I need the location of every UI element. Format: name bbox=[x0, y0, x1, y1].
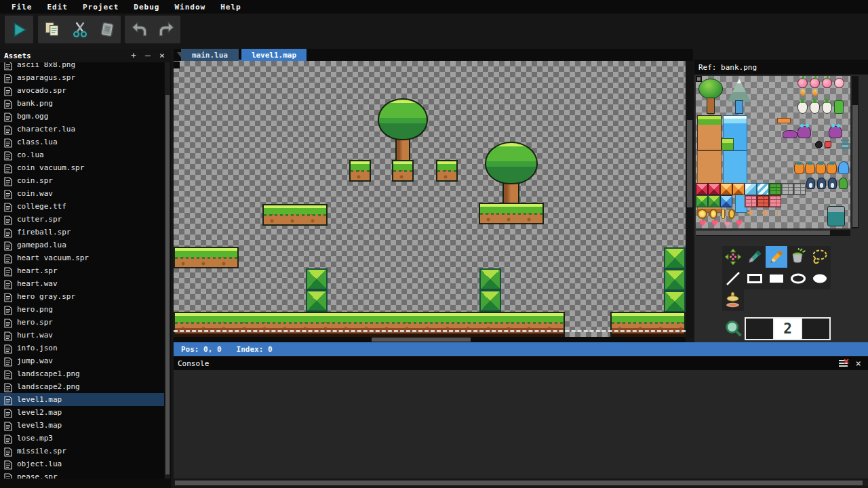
file-row[interactable]: coin.wav bbox=[0, 187, 164, 200]
ellipse-fill-tool-icon bbox=[811, 270, 829, 287]
file-icon bbox=[4, 190, 12, 199]
zoom-level-box[interactable]: 2 bbox=[745, 317, 831, 340]
file-row[interactable]: heart.wav bbox=[0, 277, 164, 290]
assets-file-list[interactable]: ascii 8x8.pngasparagus.spravocado.sprban… bbox=[0, 62, 164, 479]
map-tile-tree-canopy bbox=[485, 142, 538, 184]
clear-console-icon[interactable] bbox=[837, 359, 850, 369]
fill-tool[interactable] bbox=[787, 246, 809, 268]
console-horizontal-scrollbar[interactable] bbox=[174, 480, 868, 486]
file-name: avocado.spr bbox=[17, 86, 66, 95]
close-console-icon[interactable]: × bbox=[856, 359, 861, 369]
file-name: level1.map bbox=[17, 395, 62, 404]
assets-close-button[interactable]: × bbox=[157, 50, 167, 61]
file-row[interactable]: class.lua bbox=[0, 136, 164, 148]
file-row[interactable]: bank.png bbox=[0, 97, 164, 110]
pencil-tool[interactable] bbox=[766, 246, 787, 268]
menu-item-file[interactable]: File bbox=[5, 1, 41, 13]
tab-level1-map[interactable]: level1.map bbox=[241, 49, 307, 61]
lasso-tool[interactable] bbox=[809, 246, 831, 268]
file-row[interactable]: lose.mp3 bbox=[0, 432, 164, 445]
file-row[interactable]: level3.map bbox=[0, 419, 164, 432]
file-row[interactable]: avocado.spr bbox=[0, 84, 164, 97]
console-horizontal-scrollbar-thumb[interactable] bbox=[175, 481, 863, 485]
undo-button[interactable] bbox=[125, 16, 153, 43]
file-row[interactable]: landscape2.png bbox=[0, 380, 164, 393]
rect-fill-tool[interactable] bbox=[766, 268, 787, 289]
file-row[interactable]: character.lua bbox=[0, 123, 164, 136]
file-row[interactable]: pease.spr bbox=[0, 470, 164, 479]
run-button[interactable] bbox=[5, 16, 33, 43]
menu-item-project[interactable]: Project bbox=[77, 1, 127, 13]
file-row[interactable]: level1.map bbox=[0, 393, 164, 406]
tileset-horizontal-scrollbar[interactable] bbox=[696, 230, 850, 236]
file-row[interactable]: coin.spr bbox=[0, 174, 164, 187]
menu-item-debug[interactable]: Debug bbox=[127, 1, 168, 13]
assets-vertical-scrollbar[interactable] bbox=[165, 62, 170, 479]
file-name: college.ttf bbox=[17, 202, 66, 211]
file-row[interactable]: asparagus.spr bbox=[0, 71, 164, 84]
file-row[interactable]: hero gray.spr bbox=[0, 290, 164, 303]
file-row[interactable]: jump.wav bbox=[0, 354, 164, 367]
zoom-empty-cell[interactable] bbox=[746, 319, 774, 339]
map-tile-ground bbox=[610, 312, 686, 337]
file-name: hurt.wav bbox=[17, 331, 53, 340]
assets-vertical-scrollbar-thumb[interactable] bbox=[165, 95, 170, 474]
file-row[interactable]: landscape1.png bbox=[0, 367, 164, 380]
file-icon bbox=[4, 254, 12, 264]
menu-item-edit[interactable]: Edit bbox=[41, 1, 77, 13]
tileset-view[interactable]: +++♥♥♥♥ bbox=[696, 76, 850, 228]
copy-button[interactable] bbox=[39, 16, 66, 43]
file-icon bbox=[4, 138, 12, 148]
paste-button[interactable] bbox=[93, 16, 120, 43]
tileset-vertical-scrollbar-thumb[interactable] bbox=[852, 105, 858, 227]
assets-minimize-button[interactable]: — bbox=[142, 50, 153, 61]
file-row[interactable]: object.lua bbox=[0, 458, 164, 470]
file-name: asparagus.spr bbox=[17, 73, 75, 82]
tileset-horizontal-scrollbar-thumb[interactable] bbox=[696, 230, 830, 235]
assets-add-button[interactable]: + bbox=[128, 50, 139, 61]
file-row[interactable]: ascii 8x8.png bbox=[0, 62, 164, 71]
line-tool[interactable] bbox=[722, 268, 744, 289]
file-row[interactable]: college.ttf bbox=[0, 200, 164, 213]
canvas-vertical-scrollbar-thumb[interactable] bbox=[687, 120, 692, 207]
map-canvas[interactable] bbox=[174, 61, 686, 337]
file-row[interactable]: bgm.ogg bbox=[0, 110, 164, 123]
canvas-horizontal-scrollbar-thumb[interactable] bbox=[372, 338, 471, 342]
file-icon bbox=[4, 357, 12, 367]
file-row[interactable]: gamepad.lua bbox=[0, 239, 164, 251]
console-output[interactable] bbox=[174, 370, 868, 479]
file-row[interactable]: level2.map bbox=[0, 406, 164, 419]
zoom-value-cell[interactable]: 2 bbox=[774, 319, 803, 339]
tileset-vertical-scrollbar[interactable] bbox=[852, 76, 859, 228]
ellipse-outline-tool[interactable] bbox=[787, 268, 809, 289]
zoom-empty-cell[interactable] bbox=[802, 319, 829, 339]
file-row[interactable]: coin vacuum.spr bbox=[0, 161, 164, 174]
rect-outline-tool[interactable] bbox=[744, 268, 766, 289]
redo-button[interactable] bbox=[153, 16, 180, 43]
file-row[interactable]: heart vacuum.spr bbox=[0, 251, 164, 264]
file-row[interactable]: hero.spr bbox=[0, 316, 164, 329]
file-row[interactable]: hurt.wav bbox=[0, 329, 164, 342]
menu-item-help[interactable]: Help bbox=[214, 1, 250, 13]
file-row[interactable]: heart.spr bbox=[0, 264, 164, 277]
canvas-horizontal-scrollbar[interactable] bbox=[174, 337, 686, 342]
file-row[interactable]: cutter.spr bbox=[0, 213, 164, 226]
tab-main-lua[interactable]: main.lua bbox=[181, 49, 239, 61]
canvas-vertical-scrollbar[interactable] bbox=[686, 61, 693, 337]
file-row[interactable]: co.lua bbox=[0, 148, 164, 161]
cut-button[interactable] bbox=[66, 16, 93, 43]
menu-item-window[interactable]: Window bbox=[168, 1, 214, 13]
stamp-tool[interactable] bbox=[722, 289, 744, 311]
marker-tool[interactable] bbox=[744, 246, 766, 268]
move-tool[interactable] bbox=[722, 246, 744, 268]
tileset-sprite-heart: ♥ bbox=[734, 219, 745, 228]
file-row[interactable]: fireball.spr bbox=[0, 226, 164, 239]
paste-icon bbox=[98, 20, 116, 39]
grass-sprout bbox=[355, 160, 366, 161]
file-row[interactable]: missile.spr bbox=[0, 445, 164, 458]
file-row[interactable]: info.json bbox=[0, 342, 164, 354]
file-row[interactable]: hero.png bbox=[0, 303, 164, 316]
copy-icon bbox=[43, 20, 62, 39]
tileset-sprite-fruit bbox=[822, 78, 832, 88]
ellipse-fill-tool[interactable] bbox=[809, 268, 831, 289]
